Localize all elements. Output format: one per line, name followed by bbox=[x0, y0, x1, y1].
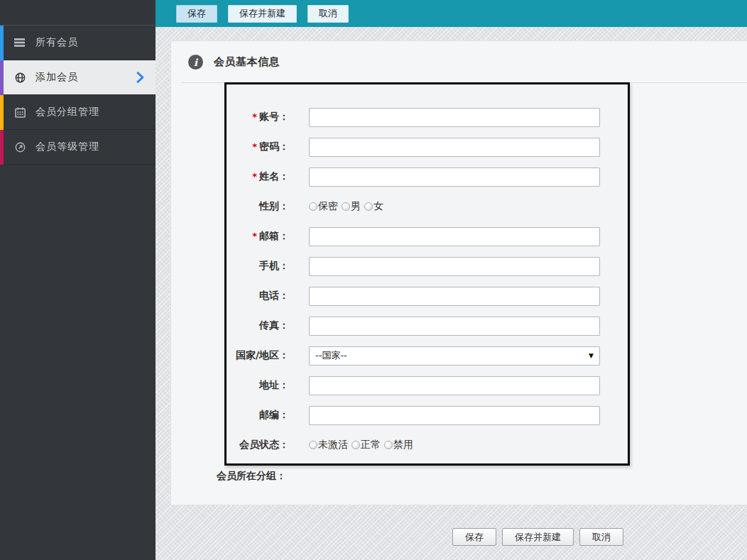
panel-header: i 会员基本信息 bbox=[188, 55, 280, 70]
radio-icon bbox=[309, 441, 317, 449]
footer-cancel-button[interactable]: 取消 bbox=[579, 528, 623, 546]
radio-icon bbox=[351, 441, 360, 449]
field-label-text: 性别： bbox=[259, 200, 289, 212]
radio-icon bbox=[364, 202, 373, 211]
form-row-phone: 电话： bbox=[227, 281, 628, 311]
field-label: *姓名： bbox=[227, 170, 309, 183]
required-mark: * bbox=[252, 111, 257, 122]
form-row-mobile: 手机： bbox=[227, 251, 628, 281]
sidebar-item-label: 所有会员 bbox=[36, 36, 78, 49]
accent-bar bbox=[0, 130, 4, 165]
form-row-country: 国家/地区： --国家-- ▼ bbox=[227, 341, 628, 370]
radio-label: 未激活 bbox=[318, 439, 348, 451]
sidebar-item-level-management[interactable]: 会员等级管理 bbox=[0, 130, 156, 165]
footer-save-button[interactable]: 保存 bbox=[452, 528, 496, 546]
gender-option-secret[interactable]: 保密 bbox=[309, 200, 338, 213]
accent-bar bbox=[0, 60, 4, 95]
fax-input[interactable] bbox=[309, 317, 600, 336]
country-select[interactable]: --国家-- ▼ bbox=[309, 346, 600, 366]
field-label: 国家/地区： bbox=[227, 349, 309, 362]
topbar: 保存 保存并新建 取消 bbox=[156, 0, 747, 27]
radio-label: 禁用 bbox=[393, 439, 413, 451]
field-label: 电话： bbox=[227, 290, 309, 302]
field-label-text: 会员状态： bbox=[239, 439, 289, 450]
field-label-text: 地址： bbox=[259, 379, 289, 390]
sidebar-item-group-management[interactable]: 会员分组管理 bbox=[0, 95, 156, 130]
sidebar: 所有会员 添加会员 会员分组管理 会员等级管理 bbox=[0, 0, 156, 560]
form-row-address: 地址： bbox=[227, 370, 628, 400]
field-label: 性别： bbox=[227, 200, 309, 213]
footer-actions: 保存 保存并新建 取消 bbox=[452, 528, 623, 546]
field-label-text: 国家/地区： bbox=[236, 349, 289, 361]
required-mark: * bbox=[252, 171, 257, 182]
chevron-down-icon: ▼ bbox=[589, 352, 594, 359]
page-title: 会员基本信息 bbox=[214, 55, 280, 69]
gauge-icon bbox=[14, 142, 26, 153]
form-row-gender: 性别： 保密 男 女 bbox=[227, 192, 628, 221]
status-option-normal[interactable]: 正常 bbox=[351, 439, 381, 451]
accent-bar bbox=[0, 26, 4, 60]
field-label-text: 姓名： bbox=[259, 170, 289, 182]
required-mark: * bbox=[252, 231, 257, 241]
form-row-name: *姓名： bbox=[227, 162, 628, 192]
form-row-fax: 传真： bbox=[227, 311, 628, 341]
globe-icon bbox=[14, 72, 26, 83]
phone-input[interactable] bbox=[309, 287, 600, 306]
footer-save-and-new-button[interactable]: 保存并新建 bbox=[502, 528, 574, 546]
sidebar-item-all-members[interactable]: 所有会员 bbox=[0, 26, 156, 60]
cancel-button[interactable]: 取消 bbox=[307, 5, 349, 23]
save-button[interactable]: 保存 bbox=[176, 5, 217, 23]
field-label-text: 邮箱： bbox=[259, 230, 289, 241]
sidebar-item-label: 会员等级管理 bbox=[36, 141, 99, 153]
radio-icon bbox=[342, 202, 350, 211]
name-input[interactable] bbox=[309, 168, 600, 187]
form-row-status: 会员状态： 未激活 正常 禁用 bbox=[227, 430, 628, 460]
status-option-inactive[interactable]: 未激活 bbox=[309, 439, 348, 451]
field-label: 传真： bbox=[227, 319, 309, 332]
accent-bar bbox=[0, 95, 4, 130]
field-label-text: 电话： bbox=[259, 290, 289, 301]
field-label: *邮箱： bbox=[227, 230, 309, 243]
address-input[interactable] bbox=[309, 376, 600, 395]
zipcode-input[interactable] bbox=[309, 406, 600, 425]
gender-radio-group: 保密 男 女 bbox=[309, 200, 387, 213]
radio-label: 男 bbox=[351, 200, 361, 213]
mobile-input[interactable] bbox=[309, 257, 600, 276]
radio-icon bbox=[309, 202, 317, 211]
field-label-text: 手机： bbox=[259, 260, 289, 271]
gender-option-male[interactable]: 男 bbox=[342, 200, 361, 213]
chevron-right-icon bbox=[136, 72, 145, 83]
field-label: *账号： bbox=[227, 111, 309, 123]
form-row-email: *邮箱： bbox=[227, 221, 628, 251]
account-input[interactable] bbox=[309, 108, 600, 127]
field-label-text: 密码： bbox=[259, 141, 289, 152]
form-row-zipcode: 邮编： bbox=[227, 400, 628, 430]
list-icon bbox=[14, 38, 26, 48]
required-mark: * bbox=[252, 141, 257, 152]
status-option-disabled[interactable]: 禁用 bbox=[384, 439, 413, 451]
member-group-label: 会员所在分组： bbox=[217, 470, 286, 483]
calendar-icon bbox=[14, 107, 26, 118]
field-label: 会员状态： bbox=[227, 439, 309, 451]
status-radio-group: 未激活 正常 禁用 bbox=[309, 439, 417, 451]
member-form: *账号： *密码： *姓名： 性别： 保密 男 女 bbox=[224, 82, 630, 466]
select-value: --国家-- bbox=[315, 349, 347, 362]
sidebar-item-label: 会员分组管理 bbox=[36, 106, 99, 119]
field-label: 邮编： bbox=[227, 409, 309, 422]
member-info-panel: i 会员基本信息 *账号： *密码： *姓名： 性别： bbox=[170, 40, 747, 505]
save-and-new-button[interactable]: 保存并新建 bbox=[228, 5, 297, 23]
form-row-account: *账号： bbox=[227, 102, 628, 132]
radio-icon bbox=[384, 441, 393, 449]
sidebar-header bbox=[0, 0, 156, 26]
password-input[interactable] bbox=[309, 138, 600, 157]
info-icon: i bbox=[188, 55, 203, 70]
radio-label: 女 bbox=[374, 200, 383, 213]
field-label: *密码： bbox=[227, 141, 309, 153]
email-input[interactable] bbox=[309, 227, 600, 246]
sidebar-item-add-member[interactable]: 添加会员 bbox=[0, 60, 156, 95]
field-label: 手机： bbox=[227, 260, 309, 273]
sidebar-item-label: 添加会员 bbox=[36, 71, 78, 84]
field-label: 地址： bbox=[227, 379, 309, 392]
gender-option-female[interactable]: 女 bbox=[364, 200, 383, 213]
field-label-text: 账号： bbox=[259, 111, 289, 122]
